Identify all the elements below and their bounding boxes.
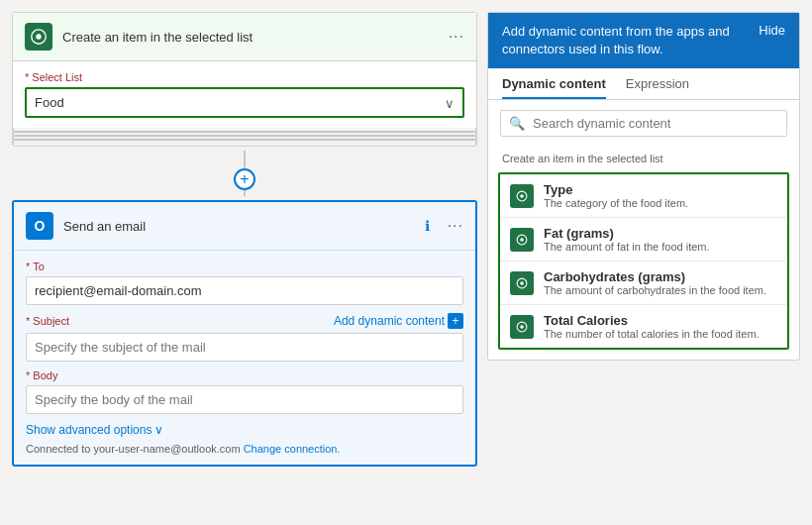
- to-input[interactable]: [26, 276, 463, 305]
- svg-point-9: [520, 325, 524, 329]
- email-card-header: O Send an email ℹ ···: [14, 202, 475, 251]
- dynamic-item-name: Total Calories: [544, 313, 760, 328]
- info-icon[interactable]: ℹ: [425, 218, 430, 234]
- dynamic-item-name: Carbohydrates (grams): [544, 269, 766, 284]
- connector-line: +: [12, 147, 477, 200]
- connector-top-line: [244, 151, 246, 168]
- email-card-more-button[interactable]: ···: [448, 217, 463, 235]
- chevron-down-icon: ∨: [445, 95, 455, 110]
- show-advanced-text: Show advanced options: [26, 423, 152, 437]
- dynamic-item-text: Fat (grams) The amount of fat in the foo…: [544, 226, 710, 253]
- email-card-body: * To * Subject Add dynamic content + * B…: [14, 251, 475, 465]
- tab-expression[interactable]: Expression: [626, 68, 689, 99]
- dynamic-item-text: Total Calories The number of total calor…: [544, 313, 760, 340]
- show-advanced-link[interactable]: Show advanced options ∨: [26, 423, 163, 437]
- dynamic-item-desc: The number of total calories in the food…: [544, 328, 760, 340]
- dynamic-item[interactable]: Type The category of the food item.: [500, 174, 787, 218]
- connector-bottom-line: [244, 190, 246, 196]
- dynamic-item-name: Fat (grams): [544, 226, 710, 241]
- create-item-card: Create an item in the selected list ··· …: [12, 12, 477, 147]
- header-description: Add dynamic content from the apps and co…: [502, 23, 759, 58]
- dynamic-item-icon: [510, 184, 534, 208]
- right-panel: Add dynamic content from the apps and co…: [487, 12, 800, 361]
- dynamic-item-icon: [510, 315, 534, 339]
- create-card-more-button[interactable]: ···: [449, 28, 464, 46]
- connected-text: Connected to your-user-name@outlook.com …: [26, 443, 463, 455]
- outlook-icon: O: [26, 212, 53, 240]
- dynamic-item[interactable]: Carbohydrates (grams) The amount of carb…: [500, 262, 787, 305]
- dynamic-item-text: Type The category of the food item.: [544, 182, 688, 209]
- dynamic-item-icon: [510, 228, 534, 252]
- add-step-button[interactable]: +: [234, 168, 255, 190]
- select-list-dropdown[interactable]: Food ∨: [25, 87, 464, 118]
- dynamic-item-icon: [510, 271, 534, 295]
- sharepoint-icon: [25, 23, 52, 51]
- search-box[interactable]: 🔍: [500, 110, 787, 137]
- add-dynamic-content-text: Add dynamic content: [334, 314, 445, 328]
- dynamic-item[interactable]: Fat (grams) The amount of fat in the foo…: [500, 218, 787, 262]
- gray-lines-area: [13, 128, 476, 146]
- dynamic-item-name: Type: [544, 182, 688, 197]
- dynamic-items-list: Type The category of the food item. Fat …: [498, 172, 789, 350]
- sharepoint-small-icon: [515, 233, 529, 247]
- dynamic-item-text: Carbohydrates (grams) The amount of carb…: [544, 269, 766, 296]
- create-item-card-header: Create an item in the selected list ···: [13, 13, 476, 61]
- add-dynamic-content-link[interactable]: Add dynamic content +: [334, 313, 463, 329]
- create-card-body: * Select List Food ∨: [13, 61, 476, 128]
- body-label: * Body: [26, 369, 463, 381]
- subject-header-row: * Subject Add dynamic content +: [26, 313, 463, 329]
- subject-input[interactable]: [26, 333, 463, 362]
- gray-line-3: [14, 139, 475, 141]
- dynamic-item-desc: The category of the food item.: [544, 197, 688, 209]
- gray-line-2: [14, 135, 475, 137]
- dynamic-item[interactable]: Total Calories The number of total calor…: [500, 305, 787, 348]
- to-label: * To: [26, 261, 463, 272]
- sharepoint-svg: [30, 28, 48, 46]
- svg-point-7: [520, 281, 524, 285]
- create-card-title: Create an item in the selected list: [62, 30, 439, 45]
- email-card-title: Send an email: [63, 219, 415, 234]
- left-panel: Create an item in the selected list ··· …: [12, 12, 477, 467]
- tab-dynamic-content[interactable]: Dynamic content: [502, 68, 606, 99]
- dynamic-item-desc: The amount of fat in the food item.: [544, 241, 710, 253]
- svg-point-1: [36, 34, 41, 39]
- sharepoint-small-icon: [515, 189, 529, 203]
- svg-point-5: [520, 238, 524, 242]
- select-list-label: * Select List: [25, 71, 464, 83]
- subject-label: * Subject: [26, 315, 69, 327]
- section-label: Create an item in the selected list: [488, 147, 799, 168]
- sharepoint-small-icon: [515, 320, 529, 334]
- dynamic-item-desc: The amount of carbohydrates in the food …: [544, 284, 766, 296]
- hide-button[interactable]: Hide: [759, 23, 785, 38]
- tabs-row: Dynamic content Expression: [488, 68, 799, 100]
- search-icon: 🔍: [509, 116, 525, 131]
- change-connection-link[interactable]: Change connection.: [244, 443, 341, 455]
- svg-point-3: [520, 194, 524, 198]
- sharepoint-small-icon: [515, 276, 529, 290]
- gray-line-1: [14, 131, 475, 133]
- connected-label: Connected to your-user-name@outlook.com: [26, 443, 241, 455]
- add-dynamic-plus-icon: +: [448, 313, 463, 329]
- search-input[interactable]: [533, 116, 778, 131]
- body-input[interactable]: [26, 385, 463, 414]
- email-card: O Send an email ℹ ··· * To * Subject Add…: [12, 200, 477, 467]
- chevron-down-icon: ∨: [154, 423, 163, 437]
- select-list-value: Food: [27, 89, 462, 116]
- dynamic-content-header: Add dynamic content from the apps and co…: [488, 13, 799, 68]
